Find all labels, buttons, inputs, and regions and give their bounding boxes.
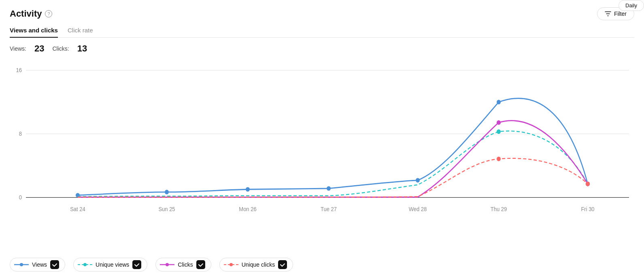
svg-point-15 [246,187,250,192]
title-group: Activity ? [10,9,52,19]
svg-point-20 [497,129,501,134]
legend-label-clicks: Clicks [178,261,193,268]
legend-item-unique-clicks[interactable]: Unique clicks [219,258,293,272]
svg-point-33 [230,263,233,266]
svg-text:Thu 29: Thu 29 [491,205,507,212]
svg-point-31 [166,263,169,266]
chart-wrapper: 16 8 0 Sat 24 Sun 25 Mon 26 Tue 27 Wed 2… [10,61,634,252]
svg-text:0: 0 [19,194,22,201]
svg-text:16: 16 [16,66,22,73]
svg-point-18 [497,100,501,104]
svg-point-17 [416,178,420,182]
clicks-label: Clicks: [52,45,69,52]
svg-point-22 [497,120,501,125]
legend-item-views[interactable]: Views [10,258,65,272]
clicks-line-icon [160,262,174,267]
stats-row: Views: 23 Clicks: 13 Daily [10,43,634,54]
filter-icon [605,11,611,17]
legend-item-clicks[interactable]: Clicks [155,258,211,272]
legend-item-unique-views[interactable]: Unique views [73,258,147,272]
views-value: 23 [34,43,44,54]
svg-point-14 [165,190,169,194]
header-row: Activity ? Filter [10,7,634,20]
svg-text:Fri 30: Fri 30 [581,205,595,212]
legend-label-views: Views [32,261,47,268]
tab-click-rate[interactable]: Click rate [68,27,93,38]
views-line-icon [14,262,29,267]
tabs-bar: Views and clicks Click rate [10,27,634,38]
daily-button[interactable]: Daily [618,0,644,11]
views-label: Views: [10,45,26,52]
svg-point-25 [586,182,590,186]
chart-svg: 16 8 0 Sat 24 Sun 25 Mon 26 Tue 27 Wed 2… [10,61,634,252]
clicks-value: 13 [77,43,87,54]
unique-clicks-checkbox[interactable] [278,260,287,269]
unique-clicks-line-icon [224,262,238,267]
page-container: Activity ? Filter Views and clicks Click… [0,0,644,278]
legend: Views Unique views Clicks [10,258,634,272]
svg-text:Sat 24: Sat 24 [70,205,85,212]
svg-point-29 [83,263,87,266]
svg-point-24 [497,157,501,161]
svg-point-27 [20,263,23,266]
tab-views-clicks[interactable]: Views and clicks [10,27,58,38]
unique-views-line-icon [78,262,92,267]
svg-text:Mon 26: Mon 26 [239,205,257,212]
svg-text:Wed 28: Wed 28 [409,205,427,212]
views-checkbox[interactable] [50,260,59,269]
svg-text:Tue 27: Tue 27 [321,205,337,212]
clicks-checkbox[interactable] [196,260,205,269]
help-icon[interactable]: ? [45,10,52,17]
svg-text:8: 8 [19,130,22,137]
svg-text:Sun 25: Sun 25 [158,205,175,212]
svg-point-16 [327,186,331,190]
legend-label-unique-clicks: Unique clicks [242,261,275,268]
unique-views-checkbox[interactable] [132,260,141,269]
page-title: Activity [10,9,42,19]
legend-label-unique-views: Unique views [96,261,129,268]
